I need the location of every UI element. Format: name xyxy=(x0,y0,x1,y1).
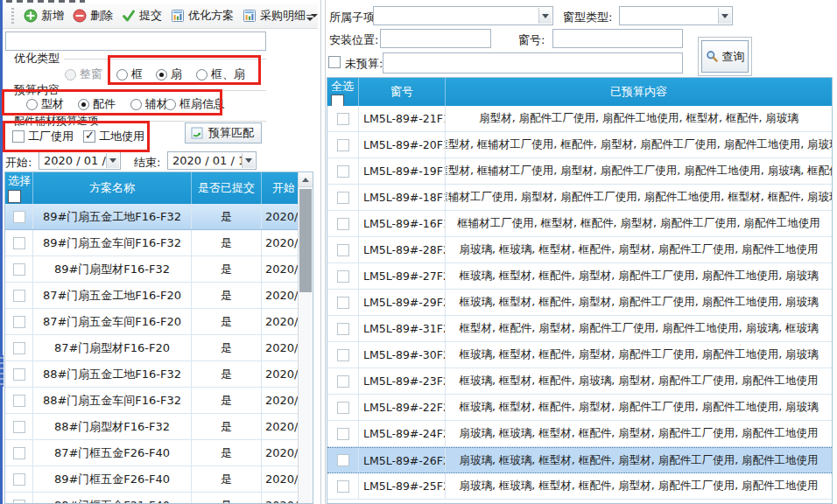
window-type-select[interactable] xyxy=(619,6,733,25)
checkbox-factory-use[interactable]: 工厂使用 xyxy=(12,129,74,144)
row-checkbox[interactable] xyxy=(337,323,349,335)
radio-fittings[interactable]: 配件 xyxy=(78,96,116,112)
table-row[interactable]: LM5L-89#-27F25 框玻璃, 框型材, 框配件, 扇型材, 扇配件工厂… xyxy=(327,263,832,290)
table-row[interactable]: LM5L-89#-16F15 框辅材工厂使用, 框型材, 框配件, 扇型材, 扇… xyxy=(327,211,832,237)
budget-match-button[interactable]: 预算匹配 xyxy=(185,122,262,144)
table-row[interactable]: 89#门扇五金车间F16-F32 是 2020/0 xyxy=(5,230,299,256)
window-no-input[interactable] xyxy=(552,29,683,48)
table-row[interactable]: LM5L-89#-26F24 扇玻璃, 框玻璃, 框型材, 框配件, 扇型材, … xyxy=(327,447,832,473)
select-all-checkbox[interactable] xyxy=(8,190,21,203)
row-checkbox[interactable] xyxy=(13,368,25,381)
row-checkbox[interactable] xyxy=(337,218,349,230)
table-row[interactable]: LM5L-89#-23F21 框玻璃, 框型材, 框配件, 扇玻璃, 扇型材, … xyxy=(327,368,832,395)
table-row[interactable]: LM5L-89#-25F23 扇玻璃, 框玻璃, 框型材, 框配件, 扇型材, … xyxy=(327,473,832,500)
select-all-checkbox[interactable] xyxy=(331,94,344,106)
table-row[interactable]: LM5L-89#-19F17 框型材, 框辅材工厂使用, 扇型材, 扇配件工厂使… xyxy=(327,158,832,185)
radio-icon[interactable] xyxy=(196,69,207,80)
radio-icon[interactable] xyxy=(26,99,38,110)
no-budget-checkbox[interactable] xyxy=(328,56,341,68)
row-checkbox[interactable] xyxy=(337,297,349,309)
plan-table-body: 89#门扇五金工地F16-F32 是 2020/0 89#门扇五金车间F16-F… xyxy=(5,204,299,503)
table-row[interactable]: LM5L-89#-22F20 框玻璃, 框型材, 框配件, 扇型材, 扇配件工厂… xyxy=(327,395,832,421)
row-checkbox[interactable] xyxy=(13,290,25,302)
delete-button[interactable]: 删除 xyxy=(73,8,113,24)
add-button[interactable]: 新增 xyxy=(24,8,64,24)
checkbox-icon[interactable] xyxy=(83,130,95,143)
row-checkbox[interactable] xyxy=(337,480,349,493)
radio-icon[interactable] xyxy=(116,69,128,80)
table-row[interactable]: LM5L-89#-24F22 扇玻璃, 框玻璃, 框型材, 框配件, 扇型材, … xyxy=(327,421,832,447)
row-checkbox[interactable] xyxy=(337,375,349,388)
table-row[interactable]: 87#门框五金F26-F40 是 2020/0 xyxy=(5,440,299,466)
row-checkbox[interactable] xyxy=(13,316,25,328)
radio-profile[interactable]: 型材 xyxy=(26,96,64,112)
row-checkbox[interactable] xyxy=(337,270,349,283)
row-checkbox[interactable] xyxy=(337,139,349,151)
optimize-plan-button[interactable]: 优化方案 xyxy=(171,8,234,24)
sub-item-select[interactable] xyxy=(373,6,553,25)
row-checkbox[interactable] xyxy=(13,342,25,354)
table-row[interactable]: LM5L-89#-28F26 扇玻璃, 框玻璃, 框型材, 框配件, 扇型材, … xyxy=(327,237,832,263)
chevron-down-icon[interactable] xyxy=(242,153,255,168)
row-checkbox[interactable] xyxy=(13,447,25,459)
chevron-down-icon[interactable] xyxy=(538,8,552,24)
table-row[interactable]: 89#门框五金F26-F40 是 2020/0 xyxy=(5,466,299,493)
table-row[interactable]: 87#门扇五金车间F16-F20 是 2020/0 xyxy=(5,309,299,335)
radio-auxiliary[interactable]: 辅材 xyxy=(130,96,168,112)
row-checkbox[interactable] xyxy=(337,192,349,204)
table-row[interactable]: LM5L-89#-30F28 框玻璃, 框型材, 框配件, 扇型材, 扇配件工厂… xyxy=(327,342,832,368)
query-button[interactable]: 查询 xyxy=(698,37,752,76)
row-checkbox[interactable] xyxy=(337,113,349,125)
submit-button[interactable]: 提交 xyxy=(122,8,162,24)
vertical-scrollbar[interactable] xyxy=(298,172,313,503)
row-checkbox[interactable] xyxy=(13,237,25,249)
table-row[interactable]: 88#门扇型材F16-F32 是 2020/0 xyxy=(5,414,299,440)
checkbox-site-use[interactable]: 工地使用 xyxy=(83,129,144,144)
radio-icon[interactable] xyxy=(165,99,176,110)
chevron-down-icon[interactable] xyxy=(106,153,119,168)
table-row[interactable]: LM5L-89#-18F16 框辅材工厂使用, 扇型材, 扇配件工厂使用, 扇配… xyxy=(327,185,832,211)
radio-icon[interactable] xyxy=(130,99,142,110)
table-row[interactable]: 88#门框五金F21-F40 是 2020/0 xyxy=(5,493,299,504)
table-row[interactable]: 87#门扇型材F16-F20 是 2020/0 xyxy=(5,335,299,361)
row-checkbox[interactable] xyxy=(13,263,25,276)
row-checkbox[interactable] xyxy=(337,402,349,414)
row-checkbox[interactable] xyxy=(13,421,25,433)
row-checkbox[interactable] xyxy=(337,428,349,440)
table-row[interactable]: 89#门扇五金工地F16-F32 是 2020/0 xyxy=(5,204,299,230)
scroll-up-button[interactable] xyxy=(299,172,313,187)
radio-frame-sash[interactable]: 框、扇 xyxy=(196,66,245,82)
radio-frame[interactable]: 框 xyxy=(116,66,143,82)
radio-frame-sash-info[interactable]: 框扇信息 xyxy=(165,96,225,112)
table-row[interactable]: 88#门扇五金工地F16-F32 是 2020/0 xyxy=(5,361,299,388)
radio-icon[interactable] xyxy=(156,69,167,80)
table-row[interactable]: LM5L-89#-31F29 框型材, 框配件, 扇型材, 扇配件工厂使用, 扇… xyxy=(327,316,832,342)
table-row[interactable]: LM5L-89#-20F18 框型材, 框辅材工厂使用, 框配件, 扇型材, 扇… xyxy=(327,132,832,158)
radio-icon[interactable] xyxy=(78,99,89,110)
row-checkbox[interactable] xyxy=(13,500,25,504)
scrollbar-thumb[interactable] xyxy=(299,189,312,292)
radio-sash[interactable]: 扇 xyxy=(156,66,182,82)
row-checkbox[interactable] xyxy=(337,165,349,178)
table-row[interactable]: LM5L-89#-21F19 扇型材, 扇配件工厂使用, 扇配件工地使用, 框型… xyxy=(327,106,832,132)
table-row[interactable]: 87#门扇五金工地F16-F20 是 2020/0 xyxy=(5,283,299,309)
toolbar-overflow-button[interactable] xyxy=(304,10,315,26)
table-row[interactable]: 89#门扇型材F16-F32 是 2020/0 xyxy=(5,256,299,283)
table-row[interactable]: LM5L-89#-29F27 框玻璃, 框型材, 框配件, 扇型材, 扇配件工厂… xyxy=(327,290,832,316)
row-checkbox[interactable] xyxy=(337,349,349,361)
install-position-input[interactable] xyxy=(380,29,491,48)
row-checkbox[interactable] xyxy=(337,244,349,256)
plan-search-input[interactable] xyxy=(5,32,266,51)
table-row[interactable]: 88#门扇五金车间F16-F32 是 2020/0 xyxy=(5,388,299,414)
chevron-down-icon[interactable] xyxy=(718,8,731,24)
start-date-picker[interactable]: 2020 / 01 / 1 xyxy=(39,151,121,170)
no-budget-input[interactable] xyxy=(383,52,683,74)
row-checkbox[interactable] xyxy=(337,454,349,466)
row-checkbox[interactable] xyxy=(13,473,25,486)
row-checkbox[interactable] xyxy=(13,211,25,223)
toolbar-grip[interactable] xyxy=(11,8,14,24)
checkbox-icon[interactable] xyxy=(12,130,25,143)
end-date-picker[interactable]: 2020 / 01 / 13 xyxy=(167,151,257,170)
row-checkbox[interactable] xyxy=(13,395,25,407)
splitter-grip[interactable] xyxy=(0,355,4,387)
